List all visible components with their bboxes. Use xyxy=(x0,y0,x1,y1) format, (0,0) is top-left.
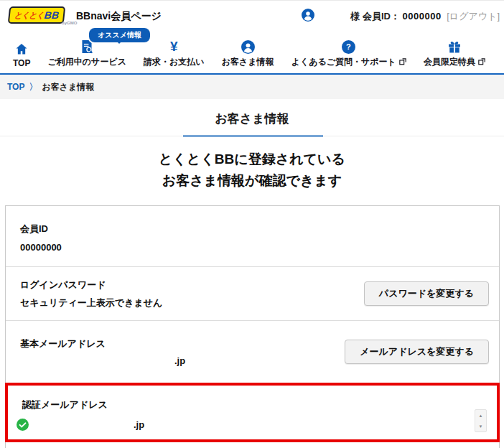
header: とくとくBB byGMO BBnavi会員ページ 様 会員ID： 0000000… xyxy=(0,1,504,32)
login-password-row: ログインパスワード セキュリティー上表示できません パスワードを変更する xyxy=(6,266,499,320)
svg-text:?: ? xyxy=(346,42,351,51)
email-row-label: 基本メールアドレス xyxy=(20,337,185,350)
breadcrumb: TOP 〉 お客さま情報 xyxy=(0,75,504,99)
nav-item-label: TOP xyxy=(13,58,30,68)
gift-icon xyxy=(447,39,462,54)
stepper-control: ▲ ▼ xyxy=(475,409,487,432)
subtitle-line-1: とくとくBBに登録されている xyxy=(0,149,504,170)
nav-item-label: ご利用中のサービス xyxy=(48,56,126,68)
member-id-row: 会員ID 00000000 xyxy=(6,206,499,266)
nav-item-services[interactable]: ご利用中のサービス xyxy=(48,39,126,68)
nav-item-label: よくあるご質問・サポート xyxy=(291,56,406,68)
member-id-label: 会員ID： xyxy=(363,11,400,22)
yen-icon: ¥ xyxy=(170,39,178,54)
title-accent-bar xyxy=(183,135,323,137)
question-icon: ? xyxy=(342,39,355,54)
member-id-row-value: 00000000 xyxy=(20,242,485,253)
customer-icon xyxy=(241,39,255,54)
stepper-down-button[interactable]: ▼ xyxy=(475,421,486,431)
change-email-button[interactable]: メールアドレスを変更する xyxy=(345,340,489,364)
nav-item-label: 請求・お支払い xyxy=(144,56,205,68)
auth-email-row-highlighted: 認証メールアドレス .jp ▲ ▼ xyxy=(5,383,500,442)
home-icon xyxy=(14,42,29,56)
bbnavi-member-page: { "header": { "logo_main": "とくとくBB", "lo… xyxy=(0,0,504,448)
check-circle-icon xyxy=(17,419,29,431)
external-link-icon xyxy=(478,57,485,67)
nav-item-text: よくあるご質問・サポート xyxy=(291,56,396,68)
user-account-icon[interactable] xyxy=(302,9,314,22)
page-subtitle: とくとくBBに登録されている お客さま情報が確認できます xyxy=(0,149,504,192)
change-password-button[interactable]: パスワードを変更する xyxy=(364,281,489,306)
account-summary: 様 会員ID： 0000000 [ログアウト] xyxy=(350,10,500,23)
nav-item-billing[interactable]: ¥ 請求・お支払い xyxy=(144,39,205,68)
title-divider xyxy=(0,136,504,139)
tokutoku-bb-logo[interactable]: とくとくBB xyxy=(8,6,66,24)
breadcrumb-current: お客さま情報 xyxy=(42,81,94,93)
breadcrumb-separator: 〉 xyxy=(29,81,37,93)
nav-item-text: 会員限定特典 xyxy=(424,56,475,68)
nav-item-customer-info[interactable]: お客さま情報 xyxy=(222,39,274,68)
member-id-value: 0000000 xyxy=(403,11,442,22)
email-row-value: .jp xyxy=(174,355,185,366)
password-row-value: セキュリティー上表示できません xyxy=(20,297,162,309)
recommend-info-badge[interactable]: オススメ情報 xyxy=(88,27,151,44)
nav-item-label: 会員限定特典 xyxy=(424,56,485,68)
nav-item-member-benefits[interactable]: 会員限定特典 xyxy=(424,39,485,68)
logo-subtext: byGMO xyxy=(62,21,77,25)
stepper-up-button[interactable]: ▲ xyxy=(475,410,486,421)
subtitle-line-2: お客さま情報が確認できます xyxy=(0,170,504,192)
auth-email-row-label: 認証メールアドレス xyxy=(22,398,487,411)
site-title: BBnavi会員ページ xyxy=(76,10,162,23)
password-row-label: ログインパスワード xyxy=(20,279,162,291)
logout-link[interactable]: [ログアウト] xyxy=(447,11,500,22)
nav-item-label: お客さま情報 xyxy=(222,56,274,68)
nav-item-top[interactable]: TOP xyxy=(13,42,30,68)
logo-text: とくとく xyxy=(14,10,45,21)
page-title: お客さま情報 xyxy=(0,111,504,127)
external-link-icon xyxy=(399,57,406,67)
main-nav: TOP ご利用中のサービス ¥ 請求・お支払い お客さま情報 xyxy=(0,32,504,75)
nav-item-faq-support[interactable]: ? よくあるご質問・サポート xyxy=(291,39,406,68)
user-name-suffix: 様 xyxy=(350,11,360,22)
customer-info-panel: 会員ID 00000000 ログインパスワード セキュリティー上表示できません … xyxy=(5,205,500,448)
breadcrumb-home-link[interactable]: TOP xyxy=(7,82,24,92)
member-id-row-label: 会員ID xyxy=(20,223,485,235)
auth-email-row-value: .jp xyxy=(134,419,144,430)
primary-email-row: 基本メールアドレス .jp メールアドレスを変更する xyxy=(6,320,499,383)
